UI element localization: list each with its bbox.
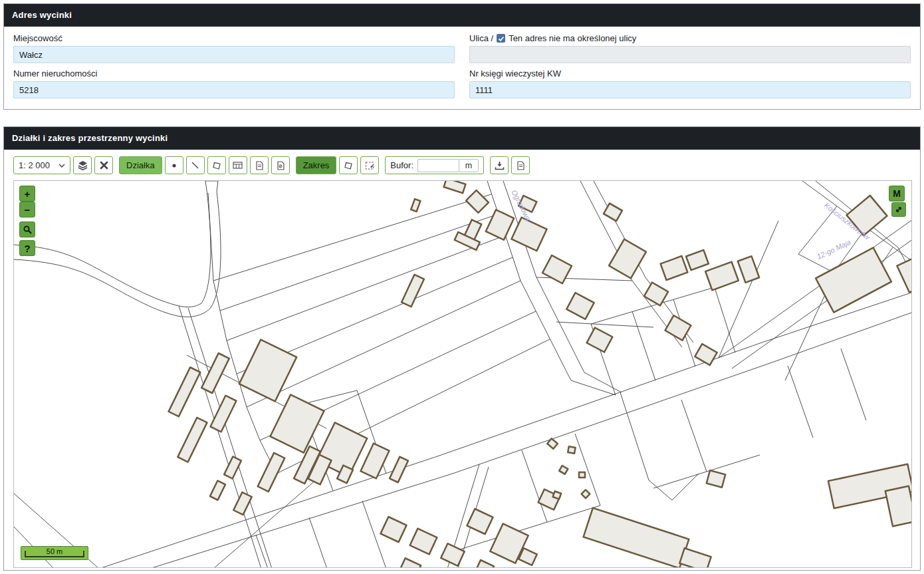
- polygon-icon: [344, 161, 353, 170]
- chevron-down-icon: [58, 164, 65, 168]
- polygon-tool-button[interactable]: [207, 156, 226, 174]
- map-panel-title: Działki i zakres przestrzenny wycinki: [4, 127, 920, 150]
- map-canvas[interactable]: Ogrodowa Kościuszkowców 12-go Maja + − ?…: [13, 180, 912, 568]
- city-field-group: Miejscowość: [13, 33, 455, 63]
- layers-icon: [78, 160, 88, 170]
- scale-select[interactable]: 1: 2 000: [13, 156, 70, 174]
- scale-value: 1: 2 000: [19, 160, 50, 170]
- report-document-button[interactable]: [511, 156, 530, 174]
- help-button[interactable]: ?: [19, 240, 35, 256]
- dashed-selection-icon: [365, 161, 375, 170]
- marker-button[interactable]: M: [889, 186, 905, 202]
- polygon-icon: [212, 161, 221, 170]
- property-number-field-group: Numer nieruchomości: [13, 69, 455, 98]
- point-icon: [170, 162, 178, 170]
- download-button[interactable]: [490, 156, 509, 174]
- clear-button[interactable]: [94, 156, 113, 174]
- address-panel-title: Adres wycinki: [4, 4, 920, 27]
- table-button[interactable]: [229, 156, 247, 174]
- fullscreen-button[interactable]: [891, 202, 906, 217]
- kw-label: Nr księgi wieczystej KW: [469, 69, 911, 78]
- street-label: Ulica /: [469, 33, 493, 43]
- street-input: [469, 46, 911, 63]
- kw-field-group: Nr księgi wieczystej KW: [469, 69, 911, 98]
- download-icon: [495, 161, 505, 170]
- no-street-checkbox[interactable]: [497, 34, 505, 43]
- bufor-unit: m: [459, 159, 479, 172]
- kw-input[interactable]: [469, 81, 911, 98]
- map-toolbar: 1: 2 000 Działka: [13, 156, 911, 174]
- select-extent-button[interactable]: [360, 156, 379, 174]
- street-field-group: Ulica / Ten adres nie ma określonej ulic…: [469, 33, 911, 63]
- property-number-input[interactable]: [13, 81, 455, 98]
- layers-button[interactable]: [73, 156, 92, 174]
- bufor-label: Bufor:: [390, 160, 413, 170]
- street-label-12-go-maja: 12-go Maja: [816, 238, 852, 261]
- magnifier-icon: [23, 225, 33, 235]
- city-label: Miejscowość: [13, 33, 455, 43]
- zakres-polygon-button[interactable]: [339, 156, 358, 174]
- address-panel: Adres wycinki Miejscowość Ulica / Ten ad…: [3, 3, 921, 110]
- map-scalebar: 50 m: [21, 546, 88, 560]
- bufor-input[interactable]: [417, 159, 459, 172]
- document-code-button[interactable]: [271, 156, 290, 174]
- document-button[interactable]: [250, 156, 269, 174]
- dzialka-button[interactable]: Działka: [119, 156, 162, 174]
- table-icon: [233, 161, 243, 170]
- zoom-in-button[interactable]: +: [19, 186, 35, 202]
- zoom-search-button[interactable]: [19, 221, 35, 237]
- document-icon: [517, 161, 524, 170]
- line-icon: [191, 161, 199, 170]
- point-tool-button[interactable]: [165, 156, 183, 174]
- document-icon: [255, 161, 263, 170]
- close-icon: [100, 161, 108, 170]
- zakres-button[interactable]: Zakres: [296, 156, 337, 174]
- bufor-group: Bufor: m: [385, 156, 484, 174]
- document-code-icon: [277, 161, 285, 170]
- map-panel: Działki i zakres przestrzenny wycinki 1:…: [3, 126, 921, 571]
- expand-arrows-icon: [895, 206, 903, 214]
- zoom-out-button[interactable]: −: [19, 202, 35, 217]
- property-number-label: Numer nieruchomości: [13, 69, 455, 78]
- no-street-checkbox-label: Ten adres nie ma określonej ulicy: [509, 33, 636, 43]
- scalebar-label: 50 m: [21, 547, 88, 555]
- cadastral-map: Ogrodowa Kościuszkowców 12-go Maja: [14, 181, 912, 568]
- map-buildings: [169, 181, 912, 568]
- city-input[interactable]: [13, 46, 455, 63]
- line-tool-button[interactable]: [186, 156, 205, 174]
